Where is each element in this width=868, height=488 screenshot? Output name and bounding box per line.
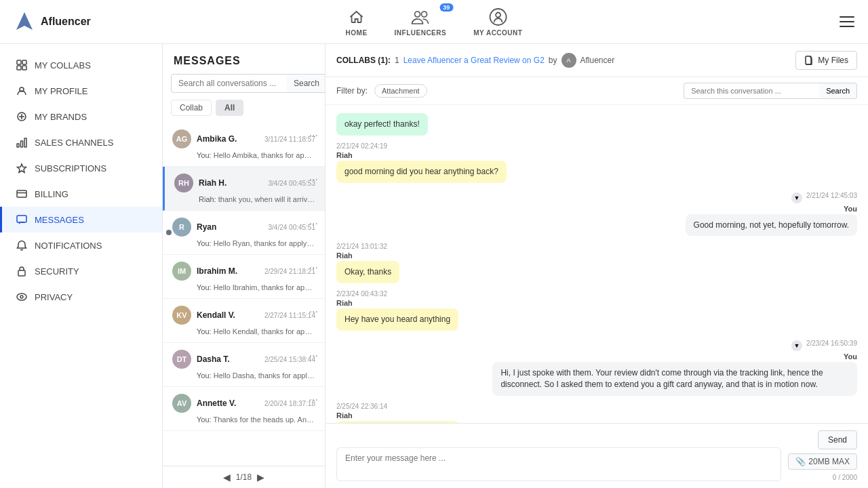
attach-label: 20MB MAX <box>808 457 850 466</box>
attachment-filter-chip[interactable]: Attachment <box>374 84 427 98</box>
list-item[interactable]: AG Ambika G. 3/11/24 11:18:57 ··· You: H… <box>163 123 325 167</box>
svg-rect-15 <box>17 190 26 197</box>
svg-point-4 <box>496 12 500 17</box>
list-item[interactable]: IM Ibrahim M. 2/29/24 21:18:21 ··· You: … <box>163 255 325 299</box>
pagination-prev-button[interactable]: ◀ <box>223 472 231 483</box>
message-input[interactable] <box>336 447 781 481</box>
send-button[interactable]: Send <box>818 430 857 449</box>
conv-name: Annette V. <box>197 399 259 408</box>
nav-home[interactable]: HOME <box>346 7 368 37</box>
conv-name: Ryan <box>197 222 262 232</box>
avatar: R <box>172 218 191 237</box>
filter-tab-collab[interactable]: Collab <box>171 100 212 116</box>
message-time: 2/23/24 16:50:39 <box>806 340 857 347</box>
logo-area[interactable]: Afluencer <box>14 11 91 33</box>
file-icon <box>804 56 814 65</box>
pagination-next-button[interactable]: ▶ <box>257 472 264 483</box>
chat-header: COLLABS (1): 1 Leave Afluencer a Great R… <box>326 44 868 77</box>
svg-rect-18 <box>18 270 25 276</box>
security-icon <box>16 265 28 277</box>
avatar: DT <box>172 350 191 369</box>
svg-rect-17 <box>17 216 26 222</box>
avatar: RH <box>174 174 193 192</box>
chat-input-area: Send 📎 20MB MAX 0 / 2000 <box>326 423 868 488</box>
conversation-search-input[interactable] <box>171 74 287 93</box>
collabs-label: COLLABS (1): <box>336 56 391 65</box>
conv-options-button[interactable]: ··· <box>309 262 318 274</box>
sidebar-label-my-collabs: MY COLLABS <box>35 60 91 70</box>
filter-tab-all[interactable]: All <box>216 100 243 116</box>
svg-rect-11 <box>17 144 19 147</box>
filter-tabs: Collab All <box>163 100 325 123</box>
conv-options-button[interactable]: ··· <box>309 306 318 318</box>
hamburger-menu[interactable] <box>840 16 854 27</box>
list-item[interactable]: DT Dasha T. 2/25/24 15:38:44 ··· You: He… <box>163 343 325 387</box>
conv-options-button[interactable]: ··· <box>309 394 318 406</box>
sidebar-item-my-profile[interactable]: MY PROFILE <box>0 78 162 104</box>
main-content: MY COLLABS MY PROFILE MY BRANDS SALES CH… <box>0 44 868 488</box>
conversation-search-button[interactable]: Search <box>287 74 326 93</box>
collab-user: Afluencer <box>580 56 615 65</box>
list-item[interactable]: KV Kendall V. 2/27/24 11:15:14 ··· You: … <box>163 299 325 343</box>
conv-options-button[interactable]: ··· <box>309 174 318 186</box>
unread-indicator <box>166 230 172 235</box>
my-files-button[interactable]: My Files <box>795 51 857 70</box>
svg-point-20 <box>20 296 23 298</box>
app-name: Afluencer <box>41 16 91 28</box>
collab-user-avatar: A <box>561 53 576 68</box>
sidebar-item-my-collabs[interactable]: MY COLLABS <box>0 52 162 78</box>
message-bubble: 2/21/24 13:01:32 Riah Okay, thanks <box>336 243 399 283</box>
message-time: 2/21/24 12:45:03 <box>806 192 857 199</box>
sidebar-item-security[interactable]: SECURITY <box>0 258 162 284</box>
attach-button[interactable]: 📎 20MB MAX <box>788 453 857 470</box>
message-text: Hi, I just spoke with them. Your review … <box>492 362 857 396</box>
message-sender: Riah <box>336 299 458 307</box>
sidebar-label-billing: BILLING <box>35 189 68 199</box>
subscriptions-icon <box>16 162 28 174</box>
conv-options-button[interactable]: ··· <box>309 129 318 142</box>
sales-channels-icon <box>16 136 28 148</box>
message-text: good morning did you hear anything back? <box>336 161 507 183</box>
conv-name: Dasha T. <box>197 354 259 364</box>
messages-icon <box>16 214 28 226</box>
sidebar-item-notifications[interactable]: NOTIFICATIONS <box>0 232 162 258</box>
afluencer-logo-icon <box>14 11 35 33</box>
message-dropdown[interactable]: ▼ <box>791 192 802 203</box>
sidebar-item-subscriptions[interactable]: SUBSCRIPTIONS <box>0 155 162 181</box>
sidebar-item-sales-channels[interactable]: SALES CHANNELS <box>0 129 162 155</box>
conv-time: 3/4/24 00:45:51 <box>268 224 315 231</box>
list-item[interactable]: RH Riah H. 3/4/24 00:45:53 ··· Riah: tha… <box>163 167 325 211</box>
sidebar-label-subscriptions: SUBSCRIPTIONS <box>35 163 106 174</box>
message-time: 2/25/24 22:36:14 <box>336 403 459 410</box>
svg-rect-5 <box>17 60 21 64</box>
message-time: 2/21/24 13:01:32 <box>336 243 399 250</box>
conv-search-input[interactable] <box>684 83 819 99</box>
filter-by-label: Filter by: <box>336 86 368 96</box>
conv-name: Kendall V. <box>197 310 259 320</box>
influencers-badge: 39 <box>439 3 453 12</box>
sidebar-item-my-brands[interactable]: MY BRANDS <box>0 104 162 129</box>
list-item[interactable]: AV Annette V. 2/20/24 18:37:18 ··· You: … <box>163 387 325 431</box>
conv-options-button[interactable]: ··· <box>309 350 318 362</box>
message-sender: Riah <box>336 251 399 260</box>
svg-rect-8 <box>22 66 26 70</box>
conv-preview: You: Thanks for the heads up. Annette. C… <box>172 415 315 424</box>
message-time: 2/23/24 00:43:32 <box>336 290 458 298</box>
nav-influencers[interactable]: 39 INFLUENCERS <box>395 7 447 37</box>
collabs-count: 1 <box>395 56 399 65</box>
conv-time: 2/25/24 15:38:44 <box>264 356 315 363</box>
sidebar-item-privacy[interactable]: PRIVACY <box>0 284 162 310</box>
message-bubble: ▼ 2/21/24 12:45:03 You Good morning, not… <box>686 190 857 237</box>
message-dropdown[interactable]: ▼ <box>791 340 802 351</box>
list-item[interactable]: R Ryan 3/4/24 00:45:51 ··· You: Hello Ry… <box>163 211 325 255</box>
conv-search-button[interactable]: Search <box>819 83 857 99</box>
nav-my-account[interactable]: MY ACCOUNT <box>473 7 522 37</box>
svg-rect-12 <box>21 141 23 147</box>
sidebar-item-billing[interactable]: BILLING <box>0 181 162 207</box>
collab-link[interactable]: Leave Afluencer a Great Review on G2 <box>403 56 545 65</box>
conv-options-button[interactable]: ··· <box>309 218 318 230</box>
sidebar-item-messages[interactable]: MESSAGES <box>0 207 162 232</box>
avatar: IM <box>172 262 191 281</box>
char-count: 0 / 2000 <box>833 474 857 481</box>
conv-name: Ambika G. <box>197 134 259 144</box>
